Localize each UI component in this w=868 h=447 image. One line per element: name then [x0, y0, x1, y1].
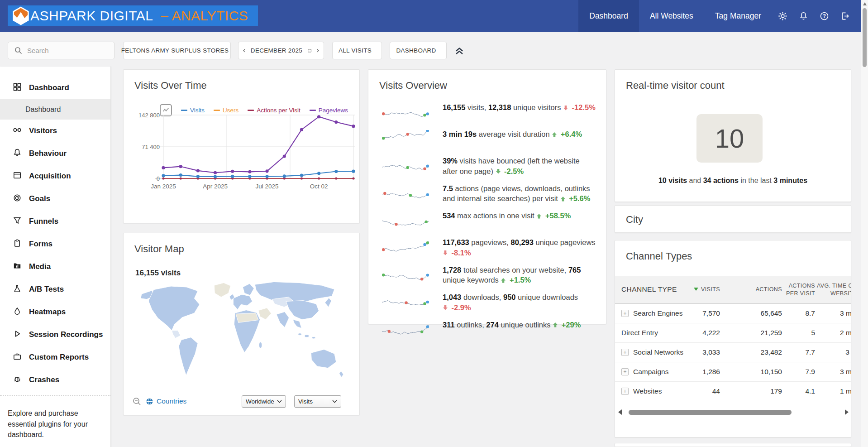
sidebar-item-label: Behaviour — [29, 149, 67, 158]
top-header-bar: ASHPARK DIGITAL – ANALYTICS DashboardAll… — [0, 0, 868, 32]
sidebar-item-custom-reports[interactable]: Custom Reports — [0, 346, 110, 369]
column-header-actions-per-visit[interactable]: ACTIONS PER VISIT — [782, 282, 815, 298]
sidebar-item-label: Dashboard — [25, 106, 61, 114]
sidebar-item-behaviour[interactable]: Behaviour — [0, 142, 110, 165]
scrollbar-thumb[interactable] — [629, 410, 792, 415]
channel-name: +Search Engines — [615, 309, 692, 317]
expand-icon[interactable]: + — [621, 349, 629, 356]
sidebar-item-dashboard[interactable]: Dashboard — [0, 77, 110, 99]
scroll-left-arrow[interactable] — [618, 409, 622, 415]
sidebar-item-label: Heatmaps — [29, 308, 66, 317]
sidebar-item-label: Crashes — [29, 375, 59, 385]
metric-sparkline[interactable] — [380, 211, 431, 231]
metric-sparkline[interactable] — [380, 238, 431, 257]
segment-selector-button[interactable]: ALL VISITS — [332, 42, 382, 59]
metric-text: 7.5 actions (page views, downloads, outl… — [443, 183, 596, 204]
date-picker-button[interactable]: DECEMBER 2025 — [238, 42, 324, 59]
sidebar-item-acquisition[interactable]: Acquisition — [0, 165, 110, 187]
map-region-select[interactable]: Worldwide — [242, 395, 286, 408]
cell-avg: 3 min — [815, 368, 851, 376]
widget-title: Real-time visitor count — [615, 70, 851, 91]
brand-logo[interactable]: ASHPARK DIGITAL – ANALYTICS — [8, 5, 258, 26]
search-input[interactable] — [26, 46, 103, 55]
channel-types-widget: Channel Types CHANNEL TYPEVISITSACTIONSA… — [615, 240, 851, 437]
search-icon — [14, 47, 22, 54]
metric-sparkline[interactable] — [380, 103, 431, 122]
city-widget: City — [615, 205, 851, 233]
metric-sparkline[interactable] — [380, 321, 431, 340]
chevron-right-icon[interactable] — [317, 48, 319, 54]
metric-sparkline[interactable] — [380, 130, 431, 149]
sidebar-item-a-b-tests[interactable]: A/B Tests — [0, 278, 110, 301]
sidebar-item-goals[interactable]: Goals — [0, 187, 110, 210]
channel-types-table: CHANNEL TYPEVISITSACTIONSACTIONS PER VIS… — [615, 276, 851, 401]
play-icon — [13, 329, 22, 340]
acquisition-icon — [13, 171, 22, 182]
metric-sparkline[interactable] — [380, 184, 431, 203]
column-header-visits[interactable]: VISITS — [692, 286, 720, 293]
cell-avg: 3 m — [815, 348, 851, 356]
column-header-avg-time-on-website[interactable]: AVG. TIME ON WEBSITE — [815, 282, 851, 298]
nav-item-dashboard[interactable]: Dashboard — [578, 0, 639, 32]
scroll-right-arrow[interactable] — [845, 409, 849, 415]
evolution-badge: -2.5% — [493, 167, 524, 175]
expand-icon[interactable]: + — [621, 310, 629, 317]
nav-item-tag-manager[interactable]: Tag Manager — [704, 0, 772, 32]
metric-text: 534 max actions in one visit +58.5% — [443, 211, 596, 221]
cell-apv: 4.1 — [782, 387, 815, 395]
channel-row-direct-entry[interactable]: Direct Entry4,22221,25952 min — [615, 323, 851, 343]
realtime-count-value: 10 — [715, 123, 744, 154]
collapse-toolbar-button[interactable] — [453, 45, 465, 56]
sidebar-item-funnels[interactable]: Funnels — [0, 210, 110, 233]
map-metric-select[interactable]: Visits — [294, 395, 341, 408]
sidebar-item-session-recordings[interactable]: Session Recordings — [0, 323, 110, 346]
site-selector-button[interactable]: FELTONS ARMY SURPLUS STORES — [123, 42, 231, 59]
chevron-left-icon[interactable] — [243, 48, 245, 54]
sidebar-item-crashes[interactable]: Crashes — [0, 369, 110, 391]
metric-sparkline[interactable] — [380, 293, 431, 312]
column-header-actions[interactable]: ACTIONS — [720, 286, 782, 293]
svg-text:Oct 02: Oct 02 — [310, 183, 328, 190]
channel-row-campaigns[interactable]: +Campaigns1,28610,1507.93 min — [615, 362, 851, 382]
sidebar-item-visitors[interactable]: Visitors — [0, 120, 110, 142]
metric-sparkline[interactable] — [380, 266, 431, 285]
sidebar-item-dashboard[interactable]: Dashboard — [0, 99, 110, 120]
evolution-badge: -8.1% — [443, 249, 471, 257]
cell-actions: 65,645 — [720, 309, 782, 317]
cell-avg: 2 min — [815, 329, 851, 337]
channel-name: +Campaigns — [615, 368, 692, 376]
sidebar-item-label: Goals — [29, 194, 50, 203]
countries-link[interactable]: Countries — [157, 397, 186, 405]
nav-item-all-websites[interactable]: All Websites — [639, 0, 704, 32]
world-map[interactable] — [129, 277, 355, 394]
page-scrollbar-thumb[interactable] — [863, 8, 867, 67]
metric-text: 39% visits have bounced (left the websit… — [443, 156, 596, 177]
page-scrollbar[interactable] — [861, 0, 868, 447]
channel-row-social-networks[interactable]: +Social Networks3,03323,4827.73 m — [615, 343, 851, 362]
help-icon[interactable]: ? — [814, 0, 835, 32]
realtime-count-box: 10 — [696, 114, 763, 163]
bell-icon[interactable] — [793, 0, 814, 32]
visitor-map-widget: Visitor Map 16,155 visits Countries Worl… — [123, 233, 360, 415]
expand-icon[interactable]: + — [621, 388, 629, 395]
metric-text: 3 min 19s average visit duration +6.4% — [443, 129, 596, 139]
signout-icon[interactable] — [835, 0, 855, 32]
widget-title: Visits Overview — [368, 70, 606, 91]
dashboard-selector-button[interactable]: DASHBOARD — [390, 42, 447, 59]
sidebar-item-media[interactable]: Media — [0, 255, 110, 278]
overview-row: 117,633 pageviews, 80,293 unique pagevie… — [380, 237, 596, 258]
channel-row-search-engines[interactable]: +Search Engines7,57065,6458.73 min — [615, 304, 851, 323]
gear-icon[interactable] — [772, 0, 793, 32]
overview-row: 39% visits have bounced (left the websit… — [380, 156, 596, 177]
sidebar-item-forms[interactable]: Forms — [0, 233, 110, 255]
sidebar-item-heatmaps[interactable]: Heatmaps — [0, 301, 110, 323]
column-header-channel-type[interactable]: CHANNEL TYPE — [615, 285, 692, 294]
top-navigation: DashboardAll WebsitesTag Manager? — [578, 0, 855, 32]
analytics-dashboard-page: ASHPARK DIGITAL – ANALYTICS DashboardAll… — [0, 0, 868, 447]
channel-row-websites[interactable]: +Websites441794.11 min — [615, 382, 851, 401]
expand-icon[interactable]: + — [621, 368, 629, 375]
scrollbar-up-arrow[interactable] — [863, 2, 867, 5]
zoom-out-icon[interactable] — [133, 397, 141, 406]
search-input-container[interactable] — [8, 42, 114, 59]
metric-sparkline[interactable] — [380, 157, 431, 176]
